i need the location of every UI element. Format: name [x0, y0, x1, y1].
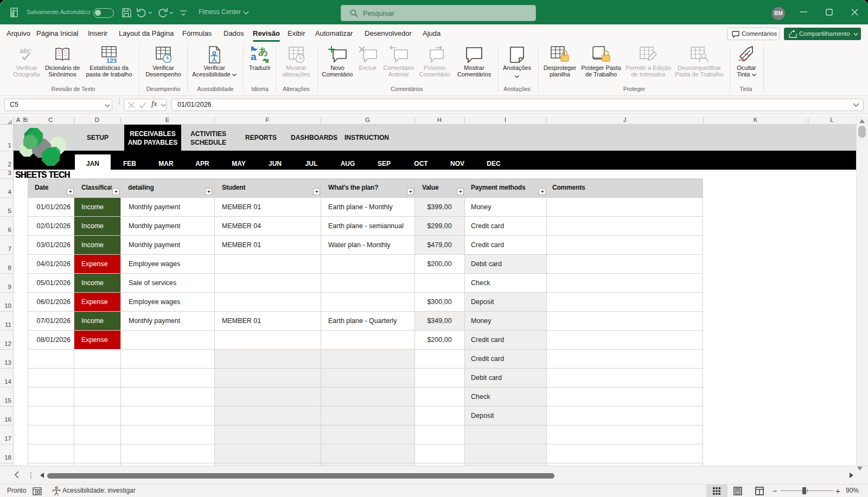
svg-text:あ: あ — [258, 46, 268, 57]
svg-text:123: 123 — [106, 57, 117, 64]
svg-text:abc: abc — [20, 47, 31, 55]
svg-text:a: a — [251, 51, 257, 62]
